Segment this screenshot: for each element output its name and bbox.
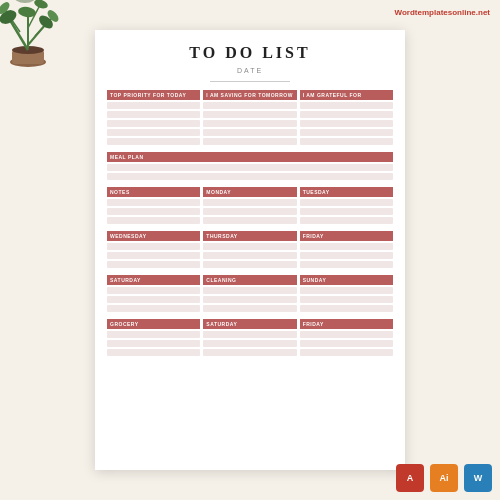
top-priority-col: TOP PRIORITY FOR TODAY (107, 90, 200, 145)
line (203, 129, 296, 136)
notes-header: NOTES (107, 187, 200, 197)
line (300, 199, 393, 206)
saturday-lines (107, 287, 200, 312)
meal-plan-section: MEAL PLAN (107, 152, 393, 180)
line (300, 138, 393, 145)
grocery-col: GROCERY (107, 319, 200, 356)
line (107, 111, 200, 118)
line (107, 217, 200, 224)
svg-line-3 (10, 20, 28, 50)
line (107, 261, 200, 268)
page-title: TO DO LIST (107, 44, 393, 62)
row2: WEDNESDAY THURSDAY FRIDAY (107, 231, 393, 268)
line (107, 138, 200, 145)
date-label: DATE (107, 67, 393, 74)
line (203, 331, 296, 338)
grocery-lines (107, 331, 200, 356)
thursday-col: THURSDAY (203, 231, 296, 268)
grateful-header: I AM GRATEFUL FOR (300, 90, 393, 100)
line (300, 120, 393, 127)
pdf-label: A (407, 473, 414, 483)
line (107, 340, 200, 347)
line (203, 261, 296, 268)
line (203, 120, 296, 127)
monday-lines (203, 199, 296, 224)
cleaning-col: CLEANING (203, 275, 296, 312)
format-icons: A Ai W (396, 464, 492, 492)
monday-header: MONDAY (203, 187, 296, 197)
line (107, 164, 393, 171)
word-icon[interactable]: W (464, 464, 492, 492)
line (203, 208, 296, 215)
friday-lines (300, 243, 393, 268)
line (300, 217, 393, 224)
thursday-header: THURSDAY (203, 231, 296, 241)
ai-label: Ai (440, 473, 449, 483)
row4: GROCERY SATURDAY FRIDAY (107, 319, 393, 356)
top-priority-header: TOP PRIORITY FOR TODAY (107, 90, 200, 100)
top-priority-lines (107, 102, 200, 145)
line (203, 296, 296, 303)
saturday2-header: SATURDAY (203, 319, 296, 329)
line (300, 305, 393, 312)
sunday-col1: SUNDAY (300, 275, 393, 312)
ai-icon[interactable]: Ai (430, 464, 458, 492)
line (300, 243, 393, 250)
line (107, 287, 200, 294)
line (107, 331, 200, 338)
tuesday-header: TUESDAY (300, 187, 393, 197)
line (107, 243, 200, 250)
line (203, 138, 296, 145)
line (203, 252, 296, 259)
grateful-lines (300, 102, 393, 145)
saturday-col: SATURDAY (107, 275, 200, 312)
friday-col: FRIDAY (300, 231, 393, 268)
pdf-icon[interactable]: A (396, 464, 424, 492)
wednesday-header: WEDNESDAY (107, 231, 200, 241)
thursday-lines (203, 243, 296, 268)
date-underline (210, 81, 290, 82)
sunday-header1: SUNDAY (300, 275, 393, 285)
cleaning-header: CLEANING (203, 275, 296, 285)
grateful-col: I AM GRATEFUL FOR (300, 90, 393, 145)
line (203, 340, 296, 347)
line (300, 102, 393, 109)
friday-header: FRIDAY (300, 231, 393, 241)
notes-col: NOTES (107, 187, 200, 224)
watermark-bold: W (395, 8, 402, 17)
notes-lines (107, 199, 200, 224)
wednesday-lines (107, 243, 200, 268)
line (203, 217, 296, 224)
line (107, 129, 200, 136)
word-label: W (474, 473, 483, 483)
line (300, 129, 393, 136)
saturday-header: SATURDAY (107, 275, 200, 285)
line (300, 261, 393, 268)
sunday-lines1 (300, 287, 393, 312)
meal-plan-lines (107, 164, 393, 180)
row3: SATURDAY CLEANING SUNDAY (107, 275, 393, 312)
line (203, 287, 296, 294)
line (107, 120, 200, 127)
line (107, 173, 393, 180)
line (203, 305, 296, 312)
saturday2-lines (203, 331, 296, 356)
wednesday-col: WEDNESDAY (107, 231, 200, 268)
tuesday-col: TUESDAY (300, 187, 393, 224)
line (107, 199, 200, 206)
line (203, 111, 296, 118)
friday2-header: FRIDAY (300, 319, 393, 329)
cleaning-lines (203, 287, 296, 312)
line (300, 252, 393, 259)
line (107, 305, 200, 312)
plant-decoration (0, 0, 80, 80)
line (107, 208, 200, 215)
svg-point-13 (33, 0, 49, 10)
top-section: TOP PRIORITY FOR TODAY I AM SAVING FOR T… (107, 90, 393, 145)
todo-page: TO DO LIST DATE TOP PRIORITY FOR TODAY I… (95, 30, 405, 470)
tuesday-lines (300, 199, 393, 224)
line (300, 208, 393, 215)
line (300, 111, 393, 118)
monday-col: MONDAY (203, 187, 296, 224)
line (203, 243, 296, 250)
